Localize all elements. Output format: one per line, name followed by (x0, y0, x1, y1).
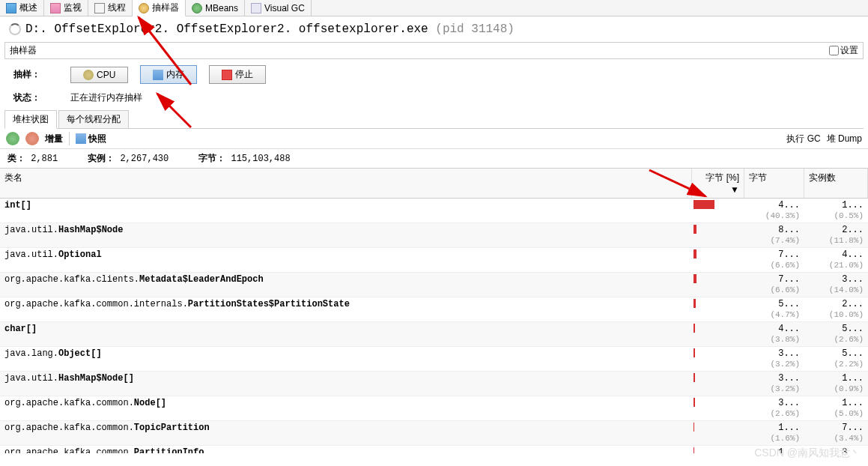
tab-thread[interactable]: 线程 (88, 0, 133, 16)
cell-classname: java.util.HashMap$Node[] (0, 372, 692, 396)
cell-instances: 7... (3.4%) (804, 421, 868, 445)
title-bar: D:. OffsetExplorer2. OffsetExplorer2. of… (0, 16, 868, 42)
sampler-icon (139, 3, 149, 13)
cell-bytes: 7... (6.6%) (744, 248, 804, 272)
tab-sampler[interactable]: 抽样器 (133, 0, 186, 16)
tab-mbeans[interactable]: MBeans (186, 0, 245, 16)
cell-bytes: 3... (3.2%) (744, 372, 804, 396)
cell-bar (692, 446, 744, 453)
spinner-icon (9, 23, 21, 35)
cell-bytes: 4... (3.8%) (744, 322, 804, 346)
section-header: 抽样器 设置 (4, 42, 864, 59)
cell-instances: 1... (0.9%) (804, 372, 868, 396)
table-row[interactable]: char[]4... (3.8%)5... (2.6%) (0, 322, 868, 347)
cell-classname: org.apache.kafka.common.internals.Partit… (0, 297, 692, 321)
table-row[interactable]: org.apache.kafka.common.PartitionInfo1..… (0, 446, 868, 453)
cell-instances: 5... (2.2%) (804, 347, 868, 371)
table-row[interactable]: org.apache.kafka.common.internals.Partit… (0, 297, 868, 322)
monitor-icon (50, 3, 61, 13)
cell-bytes: 3... (2.6%) (744, 396, 804, 420)
memory-button[interactable]: 内存 (140, 65, 197, 84)
cell-instances: 1... (0.5%) (804, 199, 868, 223)
cell-classname: int[] (0, 199, 692, 223)
cell-bar (692, 248, 744, 272)
table-row[interactable]: org.apache.kafka.common.Node[]3... (2.6%… (0, 396, 868, 421)
stop-button-label: 停止 (235, 68, 253, 81)
tab-monitor[interactable]: 监视 (44, 0, 88, 16)
cell-bytes: 5... (4.7%) (744, 297, 804, 321)
table-body[interactable]: int[]4... (40.3%)1... (0.5%)java.util.Ha… (0, 199, 868, 453)
delta-button[interactable]: 增量 (45, 133, 63, 145)
cell-instances: 1... (5.0%) (804, 396, 868, 420)
controls-panel: 抽样： CPU 内存 停止 状态： 正在进行内存抽样 (0, 59, 868, 110)
heap-dump-button[interactable]: 堆 Dump (827, 133, 862, 145)
sub-tab[interactable]: 堆柱状图 (4, 110, 57, 129)
col-bytes[interactable]: 字节 (744, 169, 804, 198)
table-row[interactable]: int[]4... (40.3%)1... (0.5%) (0, 199, 868, 223)
cell-bytes: 7... (6.6%) (744, 273, 804, 297)
cell-instances: 2... (10.0%) (804, 297, 868, 321)
overview-icon (6, 3, 16, 13)
title-text: D:. OffsetExplorer2. OffsetExplorer2. of… (25, 22, 515, 36)
cell-classname: org.apache.kafka.clients.Metadata$Leader… (0, 273, 692, 297)
cpu-button-label: CPU (97, 70, 115, 80)
cell-bar (692, 223, 744, 247)
cpu-icon (83, 70, 94, 80)
tab-label: MBeans (205, 3, 238, 13)
settings-checkbox-input[interactable] (829, 46, 839, 55)
table-row[interactable]: org.apache.kafka.common.TopicPartition1.… (0, 421, 868, 446)
toolbar-right: 执行 GC 堆 Dump (786, 133, 862, 145)
table-row[interactable]: java.util.HashMap$Node8... (7.4%)2... (1… (0, 223, 868, 248)
table-row[interactable]: java.util.Optional7... (6.6%)4... (21.0%… (0, 248, 868, 273)
cell-instances: 5... (2.6%) (804, 322, 868, 346)
refresh-icon[interactable] (6, 132, 19, 145)
mbeans-icon (192, 3, 202, 13)
tab-label: 监视 (64, 1, 82, 14)
cell-classname: org.apache.kafka.common.TopicPartition (0, 421, 692, 445)
thread-icon (94, 3, 105, 13)
table-row[interactable]: java.lang.Object[]3... (3.2%)5... (2.2%) (0, 347, 868, 372)
cell-bar (692, 421, 744, 445)
stop-button[interactable]: 停止 (209, 65, 266, 84)
stats-row: 类： 2,881 实例： 2,267,430 字节： 115,103,488 (0, 149, 868, 168)
sub-tabs: 堆柱状图每个线程分配 (4, 110, 864, 129)
cell-bar (692, 372, 744, 396)
stat-instances: 实例： 2,267,430 (88, 152, 169, 165)
table-row[interactable]: org.apache.kafka.clients.Metadata$Leader… (0, 273, 868, 297)
cell-classname: java.lang.Object[] (0, 347, 692, 371)
cpu-button[interactable]: CPU (70, 67, 128, 83)
stop-icon (222, 70, 232, 80)
heap-table: 类名 字节 [%] ▼ 字节 实例数 int[]4... (40.3%)1...… (0, 168, 868, 453)
cell-classname: org.apache.kafka.common.PartitionInfo (0, 446, 692, 453)
watermark: CSDN @南风知我意丶 (754, 447, 861, 460)
snapshot-icon (76, 133, 86, 144)
col-bytes-pct[interactable]: 字节 [%] ▼ (692, 169, 744, 198)
gc-button[interactable]: 执行 GC (786, 133, 820, 145)
auto-refresh-icon[interactable] (25, 132, 39, 145)
snapshot-button[interactable]: 快照 (76, 133, 106, 145)
table-row[interactable]: java.util.HashMap$Node[]3... (3.2%)1... … (0, 372, 868, 396)
cell-instances: 4... (21.0%) (804, 248, 868, 272)
col-instances[interactable]: 实例数 (804, 169, 868, 198)
status-row: 状态： 正在进行内存抽样 (13, 91, 855, 104)
cell-classname: org.apache.kafka.common.Node[] (0, 396, 692, 420)
settings-checkbox[interactable]: 设置 (829, 44, 858, 57)
tab-overview[interactable]: 概述 (0, 0, 44, 16)
tab-label: 线程 (108, 1, 126, 14)
sub-tab[interactable]: 每个线程分配 (58, 110, 129, 128)
sample-row: 抽样： CPU 内存 停止 (13, 65, 855, 84)
top-tabs: 概述监视线程抽样器MBeansVisual GC (0, 0, 868, 16)
memory-icon (153, 70, 163, 80)
table-header: 类名 字节 [%] ▼ 字节 实例数 (0, 169, 868, 199)
tab-gc[interactable]: Visual GC (245, 0, 312, 16)
toolbar-left: 增量 快照 (6, 132, 106, 145)
cell-bar (692, 396, 744, 420)
cell-bar (692, 199, 744, 223)
sample-label: 抽样： (13, 68, 58, 81)
delta-label: 增量 (45, 133, 63, 145)
cell-instances: 3... (14.0%) (804, 273, 868, 297)
cell-bar (692, 347, 744, 371)
col-classname[interactable]: 类名 (0, 169, 692, 198)
title-pid: (pid 31148) (435, 22, 515, 36)
memory-button-label: 内存 (166, 68, 184, 81)
